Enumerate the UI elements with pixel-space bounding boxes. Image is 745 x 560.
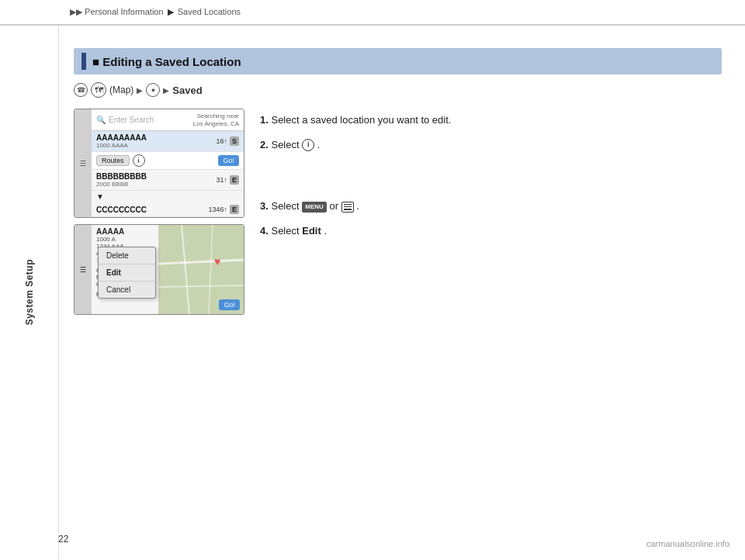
step4-end: .: [324, 225, 327, 237]
step4-number: 4.: [260, 225, 269, 237]
step2-period: .: [317, 139, 321, 150]
down-arrow-icon: ▼: [96, 192, 104, 201]
watermark: carmanualsonline.info: [646, 539, 729, 548]
nav-map-label: (Map): [109, 85, 133, 95]
search-icon: 🔍: [96, 116, 106, 124]
step1-number: 1.: [260, 114, 269, 126]
step1: 1. Select a saved location you want to e…: [260, 112, 722, 128]
list-item-3-badge: E: [230, 205, 239, 214]
list-item-2-sub: 2000 BBBB: [96, 181, 216, 188]
step3-mid: or: [329, 200, 341, 212]
nav-saved-label: Saved: [172, 85, 202, 96]
list-item-1[interactable]: AAAAAAAAA 1000 AAAA 16↑ S: [92, 131, 244, 152]
screen2-go-button[interactable]: Go!: [219, 299, 240, 310]
lines-icon: [341, 202, 354, 213]
map-icon: 🗺: [91, 82, 106, 98]
screen2-sidebar: ☰: [74, 225, 92, 314]
breadcrumb: ▶▶ Personal Information ▶ Saved Location…: [0, 0, 745, 25]
breadcrumb-arrows: ▶▶: [70, 7, 82, 16]
section-header: ■ Editing a Saved Location: [74, 48, 722, 74]
step3: 3. Select MENU or .: [260, 199, 722, 214]
sidebar-label: System Setup: [24, 259, 35, 325]
list-item-1-sub: 1000 AAAA: [96, 142, 216, 149]
popup-delete[interactable]: Delete: [99, 247, 155, 264]
screen2-sidebar-icon: ☰: [80, 266, 86, 274]
search-input-placeholder: Enter Search: [109, 116, 190, 124]
popup-cancel[interactable]: Cancel: [99, 282, 155, 298]
screenshots-column: ☰ 🔍 Enter Search Searching near Los Ange…: [74, 109, 244, 315]
step3-period: .: [356, 200, 359, 212]
step3-number: 3.: [260, 200, 269, 212]
step4-bold: Edit: [302, 225, 321, 237]
routes-row: Routes i Go!: [92, 152, 244, 170]
phone-icon: ☎: [74, 83, 88, 97]
columns: ☰ 🔍 Enter Search Searching near Los Ange…: [74, 109, 722, 315]
search-bar[interactable]: 🔍 Enter Search Searching near Los Angele…: [92, 109, 244, 131]
step4-pre: Select: [271, 225, 302, 237]
screen1-sidebar: ☰: [74, 109, 92, 217]
nav-path: ☎ 🗺 (Map) ▶ ● ▶ Saved: [74, 82, 722, 98]
menu-badge: MENU: [302, 202, 327, 213]
list-item-3[interactable]: CCCCCCCCC 1346↑ E: [92, 202, 244, 217]
go-button[interactable]: Go!: [218, 155, 239, 166]
routes-button[interactable]: Routes: [96, 155, 130, 166]
popup-edit[interactable]: Edit: [99, 264, 155, 282]
svg-text:♥: ♥: [214, 255, 220, 268]
list-item-2-badge: E: [230, 175, 239, 185]
screen1-content: 🔍 Enter Search Searching near Los Angele…: [92, 109, 244, 217]
step3-pre: Select: [271, 200, 302, 212]
page-number: 22: [58, 534, 68, 544]
section-title: ■ Editing a Saved Location: [92, 55, 241, 68]
list-item-1-name: AAAAAAAAA: [96, 133, 216, 142]
list-item-3-name: CCCCCCCCC: [96, 206, 208, 214]
step1-text: Select a saved location you want to edit…: [271, 114, 451, 126]
screen1: ☰ 🔍 Enter Search Searching near Los Ange…: [74, 109, 244, 218]
scroll-arrow-row: ▼: [92, 191, 244, 202]
main-content: ■ Editing a Saved Location ☎ 🗺 (Map) ▶ ●…: [58, 25, 745, 560]
step2: 2. Select i .: [260, 137, 722, 153]
nav-arrow1: ▶: [137, 86, 143, 95]
instructions-column: 1. Select a saved location you want to e…: [260, 109, 722, 247]
step4: 4. Select Edit .: [260, 223, 722, 239]
breadcrumb-part2: Saved Locations: [178, 7, 241, 16]
list-item-2[interactable]: BBBBBBBBB 2000 BBBB 31↑ E: [92, 170, 244, 191]
section-header-bar: [81, 53, 86, 70]
info-button[interactable]: i: [133, 154, 145, 167]
popup-menu: Delete Edit Cancel: [98, 247, 156, 299]
list-item-2-name: BBBBBBBBB: [96, 172, 216, 181]
list-item-3-dist: 1346↑: [208, 206, 227, 213]
screen1-sidebar-icon: ☰: [80, 160, 86, 168]
list-item-2-dist: 31↑: [216, 176, 227, 184]
sidebar: System Setup: [0, 25, 58, 560]
breadcrumb-part1: Personal Information: [85, 7, 164, 16]
list-item-1-dist: 16↑: [216, 137, 227, 145]
breadcrumb-arrow1: ▶: [168, 7, 174, 16]
step2-number: 2.: [260, 139, 269, 150]
searching-near: Searching near Los Angeles, CA: [193, 112, 239, 127]
step2-pre: Select: [271, 139, 302, 150]
nav-arrow2: ▶: [163, 86, 169, 95]
info-inline-icon: i: [302, 139, 314, 151]
nav-circle-icon: ●: [146, 83, 160, 97]
list-item-1-badge: S: [230, 137, 239, 146]
screen2: ☰ AAAAA 1000 A 1234 AAAAAAA1234-567 Cate…: [74, 224, 244, 315]
